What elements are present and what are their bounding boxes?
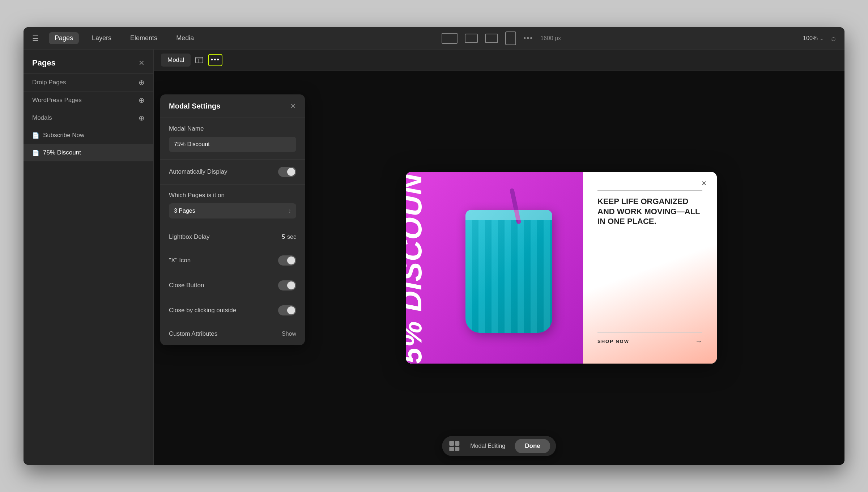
- msp-x-icon-toggle[interactable]: [278, 255, 296, 266]
- search-icon[interactable]: ⌕: [831, 34, 836, 43]
- hamburger-icon[interactable]: ☰: [32, 34, 39, 43]
- sidebar-add-droip-icon[interactable]: ⊕: [139, 78, 145, 87]
- page-icon-subscribe: 📄: [32, 132, 39, 139]
- msp-custom-attributes-row: Custom Attributes Show: [160, 323, 305, 345]
- sidebar-add-wordpress-icon[interactable]: ⊕: [139, 96, 145, 105]
- bb-editing-label: Modal Editing: [467, 443, 509, 449]
- tab-modal[interactable]: Modal: [161, 54, 191, 67]
- modal-settings-panel: Modal Settings ✕ Modal Name Automaticall…: [160, 94, 305, 345]
- msp-close-outside-row: Close by clicking outside: [160, 298, 305, 323]
- modal-preview-right: KEEP LIFE ORGANIZED AND WORK MOVING—ALL …: [583, 172, 717, 364]
- msp-modal-name-section: Modal Name: [160, 118, 305, 160]
- modal-arrow-icon: →: [695, 337, 702, 345]
- left-sidebar: Pages ✕ Droip Pages ⊕ WordPress Pages ⊕ …: [24, 50, 154, 465]
- msp-modal-name-label: Modal Name: [169, 125, 296, 132]
- viewport-controls: ••• 1600 px: [442, 31, 561, 45]
- toggle-thumb-close: [287, 281, 295, 289]
- sidebar-close-icon[interactable]: ✕: [139, 59, 145, 67]
- modal-shop-now-row: SHOP NOW →: [597, 332, 702, 345]
- msp-auto-display-row: Automatically Display: [160, 160, 305, 184]
- canvas-modal-preview: 75% DISCOUNT: [406, 172, 717, 364]
- viewport-size-display: 1600 px: [540, 35, 561, 42]
- msp-which-pages-label: Which Pages is it on: [169, 192, 296, 199]
- square-viewport-icon[interactable]: [485, 34, 498, 43]
- svg-rect-0: [196, 57, 203, 63]
- modal-shop-now-label: SHOP NOW: [597, 339, 629, 344]
- msp-close-outside-toggle[interactable]: [278, 305, 296, 315]
- zoom-display[interactable]: 100% ⌄: [803, 35, 824, 42]
- bb-done-button[interactable]: Done: [515, 439, 550, 453]
- sidebar-item-75-discount[interactable]: 📄 75% Discount: [24, 144, 153, 161]
- bb-grid-icon[interactable]: [448, 440, 461, 453]
- main-layout: Pages ✕ Droip Pages ⊕ WordPress Pages ⊕ …: [24, 50, 844, 465]
- msp-select-chevron-icon: ↕: [288, 208, 291, 214]
- modal-cup: [465, 210, 552, 333]
- msp-header: Modal Settings ✕: [160, 94, 305, 118]
- modal-preview-left: 75% DISCOUNT: [406, 172, 583, 364]
- msp-close-button-label: Close Button: [169, 282, 204, 289]
- landscape-viewport-icon[interactable]: [465, 34, 478, 43]
- tab-more-icon[interactable]: •••: [208, 54, 222, 66]
- nav-tab-media[interactable]: Media: [170, 32, 200, 44]
- modal-close-button[interactable]: ✕: [698, 178, 710, 189]
- page-icon-discount: 📄: [32, 149, 39, 156]
- msp-pages-select[interactable]: 3 Pages ↕: [169, 203, 296, 219]
- tab-bar: Modal •••: [154, 50, 844, 71]
- sidebar-item-subscribe-now[interactable]: 📄 Subscribe Now: [24, 127, 153, 144]
- msp-custom-attributes-label: Custom Attributes: [169, 330, 217, 338]
- editor-area: Modal •••: [154, 50, 844, 465]
- nav-tab-elements[interactable]: Elements: [124, 32, 163, 44]
- msp-x-icon-label: "X" Icon: [169, 257, 191, 264]
- sidebar-add-modals-icon[interactable]: ⊕: [139, 114, 145, 122]
- tab-layout-icon[interactable]: [192, 54, 207, 66]
- bottom-bar: Modal Editing Done: [442, 436, 556, 456]
- sidebar-title: Pages: [32, 58, 56, 68]
- toggle-thumb-x: [287, 256, 295, 264]
- msp-close-button-toggle[interactable]: [278, 280, 296, 290]
- msp-close-outside-label: Close by clicking outside: [169, 307, 236, 314]
- sidebar-header: Pages ✕: [24, 50, 153, 73]
- msp-delay-right: 5 sec: [282, 234, 296, 240]
- msp-modal-name-input[interactable]: [169, 137, 296, 152]
- toggle-thumb: [287, 168, 295, 176]
- msp-lightbox-delay-row: Lightbox Delay 5 sec: [160, 226, 305, 248]
- msp-close-button-row: Close Button: [160, 273, 305, 298]
- msp-lightbox-delay-label: Lightbox Delay: [169, 233, 209, 241]
- nav-tab-layers[interactable]: Layers: [86, 32, 117, 44]
- more-viewports-icon[interactable]: •••: [523, 34, 533, 42]
- msp-custom-attributes-show[interactable]: Show: [282, 331, 296, 337]
- nav-tab-pages[interactable]: Pages: [49, 32, 79, 44]
- sidebar-items: 📄 Subscribe Now 📄 75% Discount: [24, 127, 153, 465]
- msp-delay-value: 5: [282, 234, 285, 240]
- msp-close-icon[interactable]: ✕: [290, 102, 296, 110]
- modal-cup-facets: [465, 220, 552, 333]
- modal-cup-lid: [465, 210, 552, 220]
- msp-which-pages-section: Which Pages is it on 3 Pages ↕: [160, 184, 305, 226]
- modal-right-title: KEEP LIFE ORGANIZED AND WORK MOVING—ALL …: [597, 196, 702, 226]
- canvas: 75% DISCOUNT: [154, 71, 844, 465]
- sidebar-section-wordpress: WordPress Pages ⊕: [24, 91, 153, 109]
- app-window: ☰ Pages Layers Elements Media ••• 1600 p…: [24, 27, 844, 465]
- msp-auto-display-label: Automatically Display: [169, 168, 227, 175]
- msp-x-icon-row: "X" Icon: [160, 248, 305, 273]
- top-bar: ☰ Pages Layers Elements Media ••• 1600 p…: [24, 27, 844, 50]
- sidebar-section-droip: Droip Pages ⊕: [24, 73, 153, 91]
- modal-right-title-container: KEEP LIFE ORGANIZED AND WORK MOVING—ALL …: [597, 190, 702, 226]
- desktop-viewport-icon[interactable]: [442, 33, 458, 44]
- modal-discount-vertical-text: 75% DISCOUNT: [406, 172, 428, 364]
- tablet-viewport-icon[interactable]: [505, 31, 516, 45]
- sidebar-section-modals: Modals ⊕: [24, 109, 153, 127]
- msp-title: Modal Settings: [169, 102, 220, 110]
- toggle-thumb-outside: [287, 306, 295, 314]
- msp-auto-display-toggle[interactable]: [278, 167, 296, 177]
